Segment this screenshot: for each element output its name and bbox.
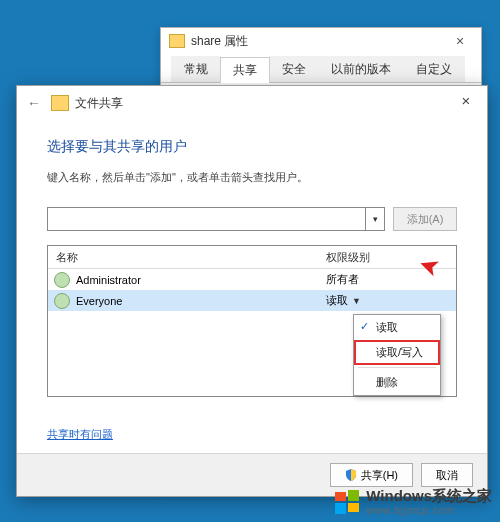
list-item[interactable]: Everyone 读取 ▼ — [48, 290, 456, 311]
properties-title: share 属性 — [191, 33, 248, 50]
chevron-down-icon: ▼ — [352, 296, 361, 306]
user-name-combo[interactable]: ▾ — [47, 207, 385, 231]
add-user-row: ▾ 添加(A) — [47, 207, 457, 231]
file-sharing-window: ← 文件共享 × 选择要与其共享的用户 键入名称，然后单击"添加"，或者单击箭头… — [16, 85, 488, 497]
menu-separator — [358, 367, 436, 368]
folder-icon — [51, 95, 69, 111]
close-icon[interactable]: × — [445, 32, 475, 52]
svg-rect-2 — [335, 503, 346, 514]
list-header: 名称 权限级别 — [48, 246, 456, 269]
folder-icon — [169, 34, 185, 48]
add-button[interactable]: 添加(A) — [393, 207, 457, 231]
tab-customize[interactable]: 自定义 — [403, 56, 465, 82]
tab-previous-versions[interactable]: 以前的版本 — [318, 56, 404, 82]
watermark-text: Windows系统之家 www.bjjmcp.com — [366, 487, 492, 516]
user-name: Administrator — [76, 274, 326, 286]
column-permission[interactable]: 权限级别 — [326, 250, 456, 265]
svg-rect-0 — [335, 492, 346, 501]
menu-item-read[interactable]: 读取 — [354, 315, 440, 340]
help-link[interactable]: 共享时有问题 — [47, 427, 113, 442]
back-arrow-icon[interactable]: ← — [27, 95, 41, 111]
user-name: Everyone — [76, 295, 326, 307]
windows-logo-icon — [334, 489, 360, 515]
svg-rect-1 — [348, 490, 359, 501]
properties-tabs: 常规 共享 安全 以前的版本 自定义 — [161, 54, 481, 83]
cancel-button[interactable]: 取消 — [421, 463, 473, 487]
shield-icon — [345, 469, 357, 481]
menu-item-remove[interactable]: 删除 — [354, 370, 440, 395]
permission-menu: 读取 读取/写入 删除 — [353, 314, 441, 396]
file-sharing-header: ← 文件共享 × — [17, 86, 487, 120]
user-list: 名称 权限级别 Administrator 所有者 Everyone 读取 ▼ … — [47, 245, 457, 397]
tab-sharing[interactable]: 共享 — [220, 57, 270, 83]
permission-dropdown[interactable]: 读取 ▼ — [326, 293, 456, 308]
user-icon — [54, 272, 70, 288]
user-icon — [54, 293, 70, 309]
user-permission: 所有者 — [326, 272, 456, 287]
chevron-down-icon[interactable]: ▾ — [365, 208, 384, 230]
list-item[interactable]: Administrator 所有者 — [48, 269, 456, 290]
column-name[interactable]: 名称 — [48, 250, 326, 265]
page-heading: 选择要与其共享的用户 — [47, 138, 457, 156]
svg-rect-3 — [348, 503, 359, 512]
properties-titlebar: share 属性 × — [161, 28, 481, 54]
file-sharing-title: 文件共享 — [75, 95, 123, 112]
share-button[interactable]: 共享(H) — [330, 463, 413, 487]
file-sharing-body: 选择要与其共享的用户 键入名称，然后单击"添加"，或者单击箭头查找用户。 ▾ 添… — [17, 120, 487, 442]
tab-security[interactable]: 安全 — [269, 56, 319, 82]
page-subtext: 键入名称，然后单击"添加"，或者单击箭头查找用户。 — [47, 170, 457, 185]
watermark: Windows系统之家 www.bjjmcp.com — [334, 487, 492, 516]
menu-item-read-write[interactable]: 读取/写入 — [354, 340, 440, 365]
tab-general[interactable]: 常规 — [171, 56, 221, 82]
close-icon[interactable]: × — [453, 92, 479, 109]
